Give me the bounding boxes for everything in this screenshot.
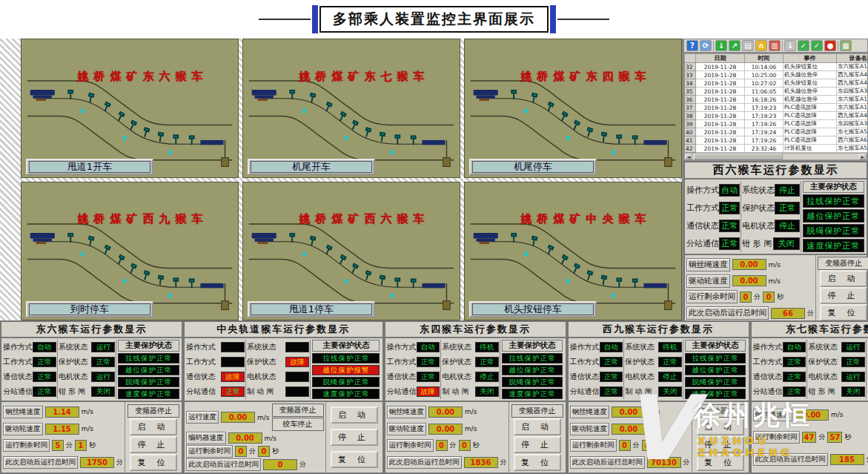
start-button[interactable]: 启 动 — [820, 270, 867, 287]
value-row: 此次启动后运行总时间70130分 — [570, 456, 690, 469]
table-row[interactable]: 412019-11-2817:19:26PLC通讯故障西六猴车A6 — [685, 136, 868, 145]
status-value-indicator: 正常 — [783, 386, 806, 397]
table-row[interactable]: 322019-11-2810:14:06机头按钮复位东六猴车A1 — [685, 63, 868, 71]
cell-num: 38 — [685, 112, 696, 120]
protection-indicator: 越位保护正常 — [118, 365, 179, 375]
cable-hangers — [511, 90, 637, 145]
minutes-unit: 分 — [450, 441, 457, 450]
column-header: 事件 — [783, 54, 837, 63]
status-value-indicator: 正常 — [33, 372, 56, 382]
monitor-refresh-icon[interactable]: ⟳ — [700, 40, 712, 51]
status-row: 系统状态停止 — [742, 182, 799, 199]
value-label: 运行剩余时间 — [186, 445, 233, 458]
status-row: 系统状态运行 — [59, 340, 116, 354]
value-row: 此次启动后运行总时间185分 — [753, 453, 868, 466]
value-row: 运行剩余时间5分1秒 — [3, 439, 123, 452]
start-button[interactable]: 启 动 — [514, 418, 561, 435]
confirm-table-icon[interactable]: ✓ — [798, 40, 809, 51]
status-label: 保护状态 — [625, 357, 655, 367]
status-row: 系统状态运行 — [808, 340, 865, 354]
start-button[interactable]: 启 动 — [697, 418, 744, 435]
status-label: 通信状态 — [186, 372, 216, 382]
cell-device: 东七猴车A5 — [837, 128, 868, 136]
cell-date: 2019-11-28 — [696, 79, 745, 88]
status-label: 制 动 闸 — [442, 386, 468, 397]
numeric-value: 0 — [263, 459, 297, 470]
scroll-left-arrow[interactable]: ◄ — [685, 154, 692, 159]
run-status-indicator: 甩道1停车 — [248, 301, 375, 317]
stop-button[interactable]: 停 止 — [331, 429, 378, 446]
drive-trolley-icon — [30, 90, 55, 101]
protection-indicator: 拉线保护正常 — [118, 353, 179, 363]
drive-trolley-icon — [474, 232, 498, 243]
table-row[interactable]: 382019-11-2817:19:23PLC通讯故障西九猴车A4 — [685, 112, 868, 120]
table-row[interactable]: 422019-11-2823:32:46计算机复位东七猴车A5 — [685, 145, 868, 153]
table-row[interactable]: 402019-11-2817:19:24PLC通讯故障东七猴车A5 — [685, 128, 868, 136]
cell-date: 2019-11-28 — [696, 96, 745, 104]
value-label: 钢丝绳速度 — [686, 258, 730, 271]
value-unit: m/s — [769, 261, 781, 269]
table-row[interactable]: 332019-11-2810:25:00机头越位急停西九猴车A4 — [685, 71, 868, 79]
status-value-indicator: 正常 — [783, 357, 806, 367]
value-row: 此次启动后运行总时间0分 — [186, 458, 324, 471]
table-row[interactable]: 372019-11-2817:19:23PLC通讯故障东六猴车A1 — [685, 104, 868, 112]
report-icon[interactable]: ▦ — [840, 40, 852, 51]
cell-num: 40 — [685, 128, 696, 136]
protection-indicator: 速度保护正常 — [312, 389, 380, 399]
drive-status-indicator: 变频器停止 — [511, 404, 563, 418]
help-icon[interactable]: ? — [686, 40, 698, 51]
numeric-value: 0.00 — [228, 432, 262, 444]
stop-button[interactable]: 停 止 — [514, 436, 561, 453]
emergency-stop-icon[interactable]: ● — [824, 40, 836, 51]
value-row: 钢丝绳速度0.00m/s — [753, 409, 868, 421]
status-row: 操作方式自动 — [570, 340, 623, 354]
reset-button[interactable]: 复 位 — [331, 451, 378, 468]
status-value-indicator: 运行 — [91, 372, 115, 382]
status-label: 工作方式 — [3, 357, 33, 367]
control-buttons: 变频器停止启 动停 止复 位 — [816, 255, 868, 323]
start-button[interactable]: 启 动 — [130, 418, 177, 435]
cell-num: 41 — [685, 136, 696, 145]
toolbar-separator — [838, 41, 838, 51]
table-row[interactable]: 352019-11-2811:06:05机头越位急停东四猴车A3 — [685, 88, 868, 96]
import-icon[interactable]: ↓ — [715, 40, 727, 51]
value-rows: 钢丝绳速度0.00m/s驱动轮速度0.00m/s运行剩余时间0分0秒此次启动后运… — [385, 402, 509, 473]
reset-button[interactable]: 复 位 — [130, 454, 177, 471]
table-row[interactable]: 342019-11-2810:27:02机头按钮复位西九猴车A4 — [685, 79, 868, 88]
map-panel-title: 姚桥煤矿西九猴车 — [78, 212, 208, 226]
reset-button[interactable]: 复 位 — [820, 304, 867, 321]
status-label: 分站通信 — [686, 238, 719, 249]
protection-indicator: 脱绳保护正常 — [118, 377, 179, 387]
status-row: 制 动 闸关闭 — [625, 385, 682, 398]
stop-button[interactable]: 停 止 — [820, 287, 867, 304]
table-row[interactable]: 362019-11-2816:18:26机尾越位急停东六猴车A1 — [685, 96, 868, 104]
export-icon[interactable]: ↗ — [729, 40, 741, 51]
stop-button[interactable]: 停 止 — [130, 436, 177, 453]
status-value-indicator: 自动 — [417, 342, 440, 352]
status-row: 操作方式自动 — [753, 340, 806, 354]
status-value-indicator: 正常 — [600, 372, 623, 382]
table-row[interactable]: 392019-11-2817:19:26PLC通讯故障东四猴车A3 — [685, 120, 868, 128]
bottom-param-panels: 东六猴车运行参数显示操作方式自动工作方式正常通信状态正常分站通信正常系统状态运行… — [0, 320, 868, 474]
seconds-value: 0 — [258, 446, 270, 457]
confirm-table2-icon[interactable]: ✓ — [811, 40, 823, 51]
download-disabled-icon[interactable]: ↓ — [784, 40, 796, 51]
value-label: 钢丝绳速度 — [3, 406, 43, 418]
event-table-hscrollbar[interactable]: ◄ ► — [684, 153, 867, 160]
reset-button[interactable]: 复 位 — [514, 454, 561, 471]
chart-icon[interactable]: ▥ — [769, 40, 781, 51]
status-value-indicator — [285, 372, 309, 382]
event-log: 日期时间事件设备名称322019-11-2810:14:06机头按钮复位东六猴车… — [683, 53, 868, 161]
status-row: 保护状态正常 — [442, 355, 499, 369]
scroll-right-arrow[interactable]: ► — [859, 154, 867, 159]
protection-indicator: 脱绳保护正常 — [502, 377, 563, 387]
start-button[interactable]: 启 动 — [331, 406, 378, 424]
lock-icon[interactable]: ∩ — [755, 40, 767, 51]
scroll-thumb[interactable] — [694, 154, 783, 159]
stop-button[interactable]: 停 止 — [697, 436, 744, 453]
cell-date: 2019-11-28 — [696, 88, 745, 96]
copy-icon[interactable]: ▤ — [742, 40, 754, 51]
reset-button[interactable]: 复 位 — [697, 454, 744, 471]
track-diagram — [243, 39, 460, 177]
seconds-value: 57 — [827, 432, 842, 443]
